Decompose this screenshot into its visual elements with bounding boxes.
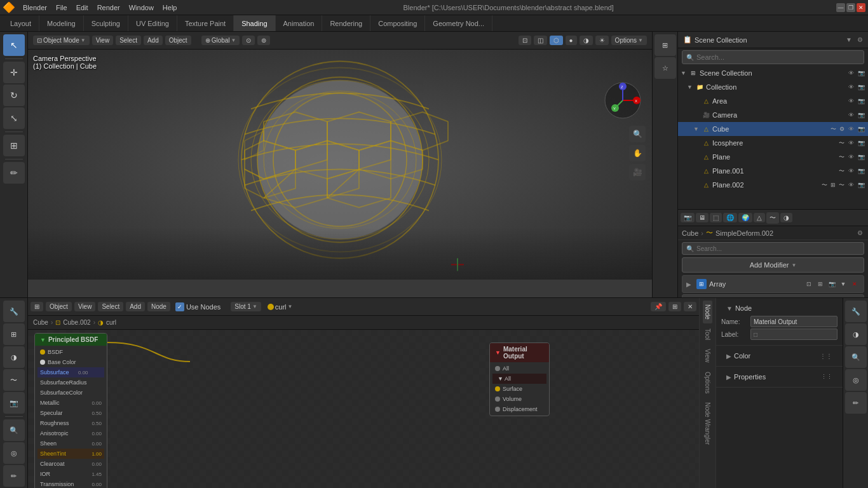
node-tool-8[interactable]: ✏	[3, 465, 25, 487]
outliner-search-btn[interactable]: ⚙	[857, 36, 863, 43]
node-sidebar-tab-view[interactable]: View	[703, 345, 712, 367]
material-button[interactable]: ◑	[580, 36, 593, 45]
use-nodes-checkbox[interactable]: ✓	[175, 302, 184, 311]
node-sidebar-tab-node-wrangler[interactable]: Node Wrangler	[703, 398, 712, 449]
close-button[interactable]: ✕	[857, 3, 865, 12]
prop-tab-world[interactable]: 🌍	[738, 213, 752, 222]
snap-button[interactable]: ⊙	[242, 36, 255, 45]
maximize-button[interactable]: ❐	[846, 3, 855, 12]
tab-rendering[interactable]: Rendering	[322, 15, 370, 31]
annotate-tool[interactable]: ✏	[3, 162, 25, 184]
principled-expand-arrow[interactable]: ▼	[40, 337, 46, 343]
collection-item[interactable]: ▼ 📁 Collection 👁 📷	[678, 80, 868, 94]
node-sidebar-tab-tool[interactable]: Tool	[703, 325, 712, 344]
node-sidebar-tab-node[interactable]: Node	[703, 301, 712, 323]
menu-window[interactable]: Window	[125, 3, 158, 13]
node-breadcrumb-cube002[interactable]: Cube.002	[63, 319, 90, 326]
scene-restrict-render[interactable]: 📷	[857, 69, 865, 78]
prop-tab-view-layer[interactable]: ⬚	[710, 213, 722, 222]
properties-options-btn[interactable]: ⚙	[855, 229, 864, 238]
array-ctrl1[interactable]: ⊡	[804, 279, 814, 289]
node-editor-type[interactable]: ⊞	[31, 302, 43, 311]
tab-texture-paint[interactable]: Texture Paint	[177, 15, 234, 31]
prop-tab-modifier[interactable]: 〜	[766, 212, 779, 224]
modifier-simpledeform[interactable]: ▶ 〜 SimpleDeform ⊡ ⊞ 📷 ▼ ✕	[682, 294, 864, 297]
xray-button[interactable]: ◫	[534, 36, 547, 45]
area-restrict-viewport[interactable]: 👁	[846, 97, 855, 105]
cube-item[interactable]: ▼ △ Cube 〜 ⚙ 👁 📷	[678, 122, 868, 136]
wireframe-button[interactable]: ⬡	[550, 36, 563, 45]
cube-restrict-viewport[interactable]: 👁	[846, 125, 855, 133]
node-breadcrumb-cube[interactable]: Cube	[33, 319, 48, 326]
col-restrict-viewport[interactable]: 👁	[846, 83, 855, 92]
ico-restrict-viewport[interactable]: 👁	[846, 139, 855, 147]
outliner-search[interactable]: 🔍	[682, 50, 864, 64]
node-canvas-area[interactable]: ▼ Principled BSDF BSDF Base Color Subsur…	[28, 330, 699, 488]
minimize-button[interactable]: —	[836, 3, 845, 12]
node-tool-6[interactable]: 🔍	[3, 419, 25, 441]
prop-tab-material[interactable]: ◑	[780, 213, 792, 222]
rotate-tool[interactable]: ↻	[3, 85, 25, 106]
tab-geometry-nodes[interactable]: Geometry Nod...	[425, 15, 492, 31]
node-tool-7[interactable]: ◎	[3, 442, 25, 464]
plane-restrict-render[interactable]: 📷	[857, 152, 865, 161]
node-close-btn[interactable]: ✕	[684, 302, 696, 311]
prop-tab-render[interactable]: 📷	[681, 213, 695, 222]
array-ctrl2[interactable]: ⊞	[815, 279, 825, 289]
plane-item[interactable]: ▶ △ Plane 〜 👁 📷	[678, 150, 868, 164]
proportional-button[interactable]: ⊚	[257, 36, 270, 45]
material-selector[interactable]: curl ▼	[268, 303, 293, 311]
plane001-restrict-render[interactable]: 📷	[857, 166, 865, 175]
node-tool-4[interactable]: 〜	[3, 369, 25, 391]
transform-orientation[interactable]: ⊕ Global ▼	[201, 36, 240, 45]
area-item[interactable]: ▶ △ Area 👁 📷	[678, 94, 868, 108]
area-restrict-render[interactable]: 📷	[857, 97, 865, 105]
tab-shading[interactable]: Shading	[234, 15, 275, 31]
plane001-item[interactable]: ▶ △ Plane.001 〜 👁 📷	[678, 164, 868, 178]
outliner-filter-btn[interactable]: ▼	[846, 36, 852, 43]
tool-side-2[interactable]: ☆	[654, 57, 676, 79]
output-expand-arrow[interactable]: ▼	[495, 349, 501, 356]
view-menu[interactable]: View	[92, 36, 114, 45]
bottom-tool-5[interactable]: ✏	[845, 392, 867, 414]
add-menu[interactable]: Add	[144, 36, 163, 45]
object-menu[interactable]: Object	[165, 36, 191, 45]
node-breadcrumb-curl[interactable]: curl	[106, 319, 116, 326]
tab-uv-editing[interactable]: UV Editing	[128, 15, 177, 31]
ico-restrict-render[interactable]: 📷	[857, 139, 865, 147]
outliner-search-input[interactable]	[696, 53, 860, 61]
prop-tab-scene[interactable]: 🌐	[723, 213, 737, 222]
options-button[interactable]: Options ▼	[611, 36, 647, 45]
node-add-menu[interactable]: Add	[126, 302, 145, 311]
prop-tab-output[interactable]: 🖥	[696, 213, 709, 222]
node-label-input[interactable]: □	[750, 329, 837, 340]
bottom-tool-3[interactable]: 🔍	[845, 346, 867, 368]
plane002-restrict-render[interactable]: 📷	[857, 180, 865, 189]
camera-item[interactable]: ▶ 🎥 Camera 👁 📷	[678, 108, 868, 122]
solid-button[interactable]: ●	[566, 36, 577, 45]
bottom-tool-1[interactable]: 🔧	[845, 301, 867, 322]
modifier-array[interactable]: ▶ ⊞ Array ⊡ ⊞ 📷 ▼ ✕	[682, 275, 864, 293]
scene-restrict-viewport[interactable]: 👁	[846, 69, 855, 78]
array-close[interactable]: ✕	[850, 279, 860, 289]
add-modifier-button[interactable]: Add Modifier ▼	[682, 257, 864, 273]
node-name-input[interactable]: Material Output	[750, 316, 837, 327]
cam-restrict-viewport[interactable]: 👁	[846, 111, 855, 119]
tab-modeling[interactable]: Modeling	[39, 15, 84, 31]
camera-button[interactable]: 🎥	[629, 164, 646, 180]
select-menu[interactable]: Select	[116, 36, 141, 45]
plane-restrict-viewport[interactable]: 👁	[846, 152, 855, 161]
col-restrict-render[interactable]: 📷	[857, 83, 865, 92]
zoom-in-button[interactable]: 🔍	[629, 126, 646, 142]
plane002-restrict-viewport[interactable]: 👁	[846, 180, 855, 189]
menu-blender[interactable]: Blender	[19, 3, 51, 13]
menu-edit[interactable]: Edit	[72, 3, 92, 13]
node-object-menu[interactable]: Object	[46, 302, 72, 311]
breadcrumb-cube[interactable]: Cube	[682, 229, 698, 237]
render-button[interactable]: ☀	[595, 36, 609, 45]
icosphere-item[interactable]: ▶ △ Icosphere 〜 👁 📷	[678, 136, 868, 150]
tab-compositing[interactable]: Compositing	[370, 15, 425, 31]
overlay-button[interactable]: ⊡	[519, 36, 531, 45]
modifier-search-input[interactable]	[696, 245, 860, 252]
node-tool-3[interactable]: ◑	[3, 346, 25, 368]
